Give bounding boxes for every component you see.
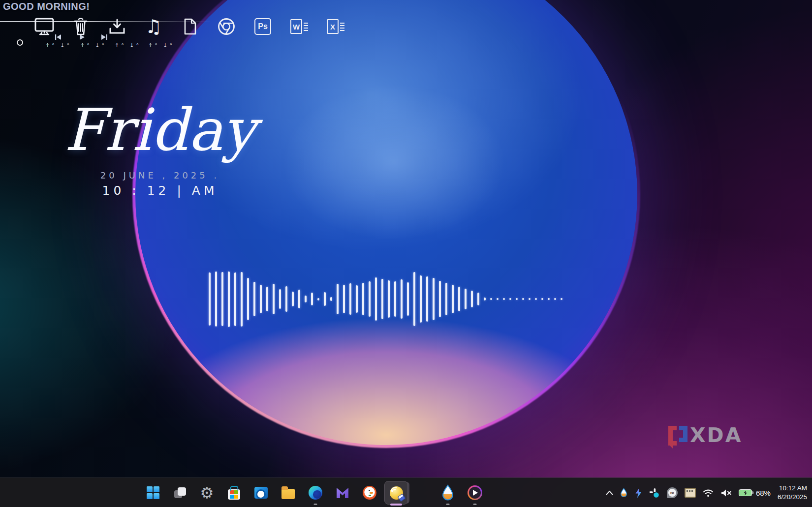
duckduckgo-button[interactable] (356, 479, 383, 506)
visualizer-bar (471, 291, 473, 307)
visualizer-bar (407, 282, 409, 316)
weekday-text: Friday (54, 98, 266, 162)
rainmeter-tray-icon[interactable] (620, 488, 627, 498)
lightning-bolt-icon (634, 488, 643, 498)
gallery-tray-icon[interactable] (685, 488, 696, 498)
boost-tray-icon[interactable] (634, 488, 643, 498)
visualizer-bar (369, 281, 371, 317)
visualizer-bar (337, 284, 339, 314)
store-bag-icon (228, 489, 240, 500)
volume-button[interactable] (720, 489, 732, 497)
next-track-button[interactable] (101, 33, 108, 42)
visualizer-bar (509, 298, 511, 300)
visualizer-bar (516, 298, 518, 300)
dock-chrome-shortcut[interactable] (208, 16, 245, 37)
visualizer-bar (285, 286, 287, 312)
battery-charging-icon (739, 489, 752, 496)
net-meter-4: ↑° ↓° (148, 42, 174, 49)
visualizer-bar (228, 271, 230, 327)
active-app-indicator (390, 504, 402, 506)
infinity-app-tray-icon[interactable]: ∞ (667, 487, 678, 498)
excel-icon: X (327, 19, 344, 34)
rainmeter-running-indicator (446, 504, 449, 505)
file-explorer-button[interactable] (275, 479, 302, 506)
visualizer-bar (503, 298, 505, 300)
edge-running-indicator (313, 504, 317, 505)
visualizer-bar (356, 285, 358, 313)
duckduckgo-icon (363, 486, 376, 500)
taskbar-clock[interactable]: 10:12 AM 6/20/2025 (778, 484, 807, 502)
battery-button[interactable] (739, 489, 752, 496)
visualizer-bar (497, 298, 499, 300)
previous-icon (55, 34, 62, 40)
time-text: 10 : 12 | AM (54, 183, 266, 198)
dock-word-shortcut[interactable]: W (281, 16, 317, 37)
visualizer-bar (234, 272, 236, 326)
ring-widget[interactable] (17, 39, 23, 46)
dock-photoshop-shortcut[interactable]: Ps (245, 16, 281, 37)
infinity-icon: ∞ (667, 487, 678, 498)
visualizer-bar (458, 287, 460, 311)
proton-mail-button[interactable] (329, 479, 356, 506)
visualizer-bar (541, 298, 543, 300)
visualizer-bar (490, 298, 492, 300)
visualizer-bar (420, 275, 422, 323)
active-app-button[interactable] (384, 481, 408, 505)
photo-viewer-icon (685, 488, 696, 498)
floppy-icon (397, 493, 406, 502)
dock-documents-shortcut[interactable] (172, 16, 208, 37)
visualizer-bar (330, 297, 332, 301)
rainmeter-button[interactable] (434, 479, 461, 506)
battery-percent: 68% (756, 489, 771, 497)
outlook-button[interactable] (248, 479, 275, 506)
visualizer-bar (554, 298, 556, 300)
date-text: 20 JUNE , 2025 . (54, 170, 266, 180)
play-button[interactable] (79, 33, 85, 42)
xda-bracket-left-icon (668, 426, 677, 446)
raindrop-icon (620, 488, 627, 498)
start-button[interactable] (139, 479, 166, 506)
xda-bracket-right-icon (679, 426, 687, 442)
visualizer-bar (266, 287, 268, 311)
proton-mail-icon (336, 487, 349, 499)
previous-track-button[interactable] (55, 33, 62, 42)
visualizer-bar (241, 272, 243, 327)
network-button[interactable] (703, 489, 714, 497)
player-running-indicator (473, 504, 476, 505)
play-circle-icon (468, 485, 482, 500)
task-view-button[interactable] (166, 479, 193, 506)
visualizer-bar (215, 271, 217, 327)
visualizer-bar (477, 293, 479, 305)
xda-logo-text: XDA (690, 426, 742, 445)
visualizer-bar (311, 293, 313, 305)
settings-button[interactable]: ⚙ (193, 479, 220, 506)
edge-button[interactable] (302, 479, 329, 506)
visualizer-bar (279, 289, 281, 309)
visualizer-bar (253, 282, 255, 316)
visualizer-bar (465, 289, 467, 309)
visualizer-bar (273, 284, 275, 314)
monitor-icon (34, 17, 55, 36)
hidden-icons-button[interactable] (606, 490, 613, 495)
dock-music-shortcut[interactable]: ♫ (135, 16, 172, 37)
visualizer-bar (209, 272, 211, 326)
word-label: W (293, 23, 300, 31)
visualizer-bar (349, 283, 351, 315)
dock-excel-shortcut[interactable]: X (317, 16, 354, 37)
windows-logo-icon (147, 486, 159, 499)
visualizer-bar (324, 292, 326, 306)
visualizer-bar (362, 283, 364, 315)
net-meter-1: ↑° ↓° (45, 42, 71, 49)
visualizer-bar (484, 298, 486, 300)
music-notes-icon: ♫ (145, 17, 162, 36)
microsoft-store-button[interactable] (220, 479, 248, 506)
system-tray: ∞ (606, 478, 812, 507)
visualizer-bar (413, 272, 415, 326)
visualizer-bar (426, 276, 428, 322)
visualizer-bar (381, 279, 383, 319)
visualizer-bar (445, 283, 447, 315)
visualizer-bar (221, 272, 223, 326)
taskbar-apps: ⚙ (139, 478, 488, 507)
media-player-button[interactable] (461, 479, 488, 506)
pinwheel-app-tray-icon[interactable] (650, 488, 660, 498)
